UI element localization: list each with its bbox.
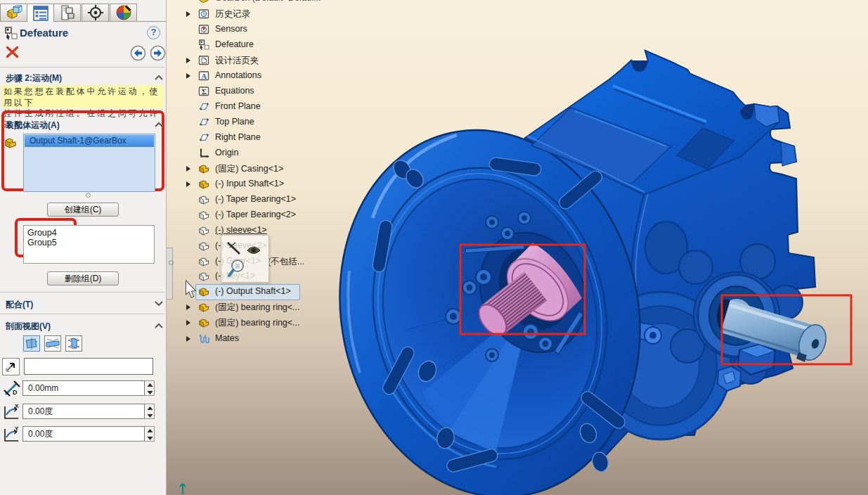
svg-text:X: X: [15, 404, 19, 409]
svg-text:D: D: [13, 389, 18, 396]
svg-text:Y: Y: [15, 426, 19, 432]
svg-text:A: A: [202, 72, 207, 80]
svg-text:Σ: Σ: [202, 87, 207, 96]
